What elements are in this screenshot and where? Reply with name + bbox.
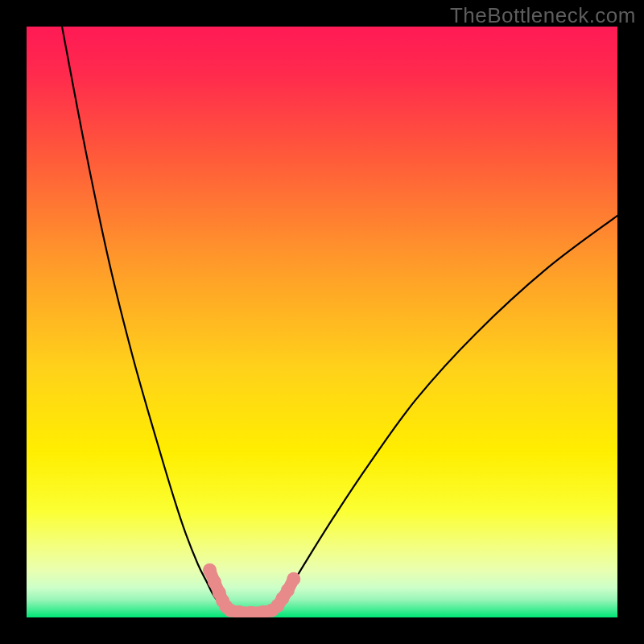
marker-dot xyxy=(203,564,217,577)
bottleneck-curve xyxy=(62,27,617,613)
marker-dot xyxy=(287,572,300,586)
chart-frame: TheBottleneck.com xyxy=(0,0,644,644)
watermark-text: TheBottleneck.com xyxy=(450,3,636,28)
plot-area xyxy=(27,27,617,617)
chart-curves xyxy=(27,27,617,617)
